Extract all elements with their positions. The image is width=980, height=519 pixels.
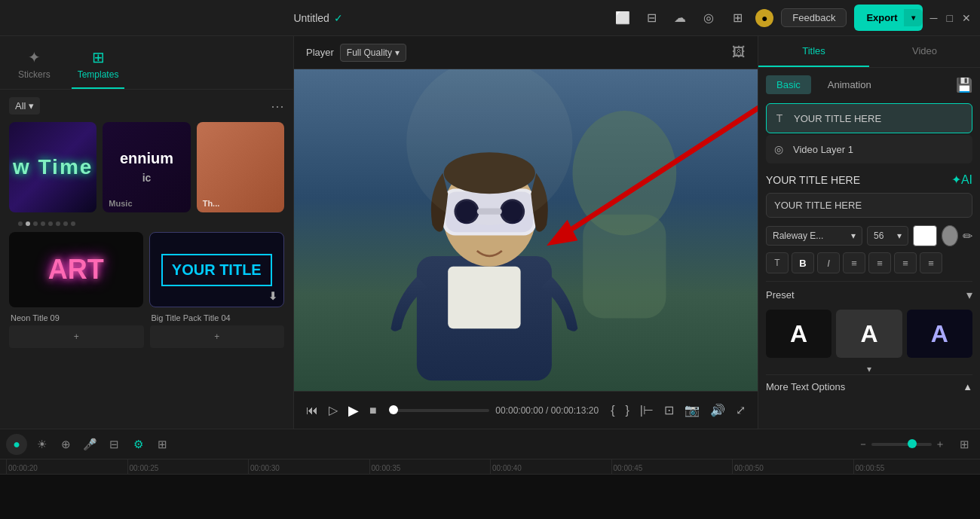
monitor-icon[interactable]: ⬜ xyxy=(612,8,633,29)
sub-tab-animation[interactable]: Animation xyxy=(817,75,882,94)
align-right-button[interactable]: ≡ xyxy=(894,252,917,273)
add-neon-button[interactable]: + xyxy=(9,325,144,348)
sidebar-tab-templates[interactable]: ⊞ Templates xyxy=(72,42,125,89)
prev-frame-button[interactable]: ⏮ xyxy=(303,401,321,420)
ruler-mark-7: 00:00:50 xyxy=(732,459,853,474)
concert-text: w Time xyxy=(13,155,93,179)
timeline-tool-2[interactable]: ☀ xyxy=(32,435,51,454)
italic-button[interactable]: I xyxy=(817,252,840,273)
timeline-tool-1[interactable]: ● xyxy=(6,434,27,455)
sub-tab-basic[interactable]: Basic xyxy=(766,75,811,94)
ruler-mark-3: 00:00:30 xyxy=(248,459,369,474)
svg-rect-4 xyxy=(448,267,520,329)
all-filter-dropdown[interactable]: All ▾ xyxy=(9,97,40,114)
trim-start-icon[interactable]: { xyxy=(608,401,617,420)
font-family-select[interactable]: Raleway E... ▾ xyxy=(766,226,862,246)
timeline-tool-6[interactable]: ⚙ xyxy=(128,435,148,454)
timeline-tool-3[interactable]: ⊕ xyxy=(56,435,75,454)
stop-button[interactable]: ■ xyxy=(366,401,380,420)
layer-item-title[interactable]: T YOUR TITLE HERE xyxy=(766,103,972,133)
bottom-area: ● ☀ ⊕ 🎤 ⊟ ⚙ ⊞ － ＋ ⊞ 00:00:20 00:00:25 00… xyxy=(0,429,980,519)
gallery-icon[interactable]: 🖼 xyxy=(732,44,746,60)
export-button[interactable]: Export ▾ xyxy=(854,5,922,31)
screenshot-icon[interactable]: 📷 xyxy=(681,400,703,420)
more-text-options[interactable]: More Text Options ▲ xyxy=(766,374,972,398)
export-dropdown-arrow[interactable]: ▾ xyxy=(904,9,923,26)
dot-7[interactable] xyxy=(63,221,68,226)
text-tool-icon[interactable]: |⊢ xyxy=(637,400,657,420)
timeline-tool-5[interactable]: ⊟ xyxy=(104,435,124,454)
progress-thumb[interactable] xyxy=(389,405,398,414)
cloud-icon[interactable]: ☁ xyxy=(669,8,691,29)
eyedropper-button[interactable]: ✏ xyxy=(963,229,972,243)
grid-view-icon[interactable]: ⊞ xyxy=(954,435,974,454)
save-icon[interactable]: ⊟ xyxy=(641,8,662,29)
fullscreen-icon[interactable]: ⤢ xyxy=(733,400,749,420)
close-button[interactable]: ✕ xyxy=(962,12,971,24)
align-center-button[interactable]: ≡ xyxy=(868,252,891,273)
all-filter-label: All xyxy=(15,100,26,111)
feedback-button[interactable]: Feedback xyxy=(781,8,847,27)
dot-4[interactable] xyxy=(41,221,45,226)
template-scroll[interactable]: w Time enniumic Music Th... xyxy=(0,122,293,429)
preset-card-3[interactable]: A xyxy=(907,310,972,358)
zoom-track[interactable] xyxy=(871,443,932,446)
trim-end-icon[interactable]: } xyxy=(623,401,632,420)
current-time: 00:00:00:00 xyxy=(495,405,543,416)
template-card-your-title[interactable]: YOUR TITLE ⬇ xyxy=(149,232,285,307)
layer-item-video[interactable]: ◎ Video Layer 1 xyxy=(766,135,972,163)
neon-title-text: ART xyxy=(48,254,104,285)
title-check-icon: ✓ xyxy=(334,12,343,24)
template-card-neon[interactable]: ART xyxy=(9,232,143,307)
play-single-button[interactable]: ▷ xyxy=(326,400,341,420)
save-preset-button[interactable]: 💾 xyxy=(956,77,972,93)
align-left-button[interactable]: ≡ xyxy=(843,252,865,273)
timeline-tool-7[interactable]: ⊞ xyxy=(152,435,172,454)
template-card-concert[interactable]: w Time xyxy=(9,122,96,212)
bold-button[interactable]: B xyxy=(792,252,814,273)
quality-select[interactable]: Full Quality ▾ xyxy=(340,44,406,62)
dot-3[interactable] xyxy=(33,221,38,226)
play-button[interactable]: ▶ xyxy=(345,399,362,422)
preset-card-2[interactable]: A xyxy=(836,310,902,358)
template-card-peach[interactable]: Th... xyxy=(197,122,284,212)
screen-icon[interactable]: ⊡ xyxy=(661,400,677,420)
grid-icon[interactable]: ⊞ xyxy=(727,8,748,29)
color-swatch-2[interactable] xyxy=(942,225,958,246)
zoom-in-icon[interactable]: ＋ xyxy=(935,438,945,451)
title-text-input[interactable]: YOUR TITLE HERE xyxy=(766,193,972,218)
minimize-button[interactable]: ─ xyxy=(930,12,938,24)
zoom-thumb[interactable] xyxy=(908,439,917,448)
ruler-mark-6: 00:00:45 xyxy=(611,459,733,474)
tab-video[interactable]: Video xyxy=(869,36,980,67)
preset-card-1[interactable]: A xyxy=(766,310,831,358)
more-options-button[interactable]: ⋯ xyxy=(271,98,284,114)
maximize-button[interactable]: □ xyxy=(947,12,953,24)
timeline-tool-4[interactable]: 🎤 xyxy=(80,435,100,454)
player-extra-controls: { } |⊢ ⊡ 📷 🔊 ⤢ xyxy=(608,400,749,420)
font-size-select[interactable]: 56 ▾ xyxy=(867,226,908,246)
tab-titles[interactable]: Titles xyxy=(758,36,869,67)
headphones-icon[interactable]: ◎ xyxy=(698,8,719,29)
progress-track[interactable] xyxy=(389,409,490,412)
dot-5[interactable] xyxy=(48,221,53,226)
video-layer-name: Video Layer 1 xyxy=(793,144,968,155)
add-big-title-button[interactable]: + xyxy=(150,325,285,348)
globe-icon[interactable]: ● xyxy=(755,9,773,27)
section-title-area: YOUR TITLE HERE ✦AI xyxy=(766,172,972,187)
big-title-template-name: Big Title Pack Title 04 xyxy=(150,313,285,322)
zoom-out-icon[interactable]: － xyxy=(858,438,868,451)
align-justify-button[interactable]: ≡ xyxy=(920,252,942,273)
font-chevron-icon: ▾ xyxy=(851,230,856,241)
sidebar-tab-stickers[interactable]: ✦ Stickers xyxy=(12,42,57,89)
dot-8[interactable] xyxy=(71,221,75,226)
text-format-icon[interactable]: T xyxy=(766,252,789,273)
dot-1[interactable] xyxy=(18,221,23,226)
dot-6[interactable] xyxy=(56,221,60,226)
dot-2[interactable] xyxy=(26,221,30,226)
color-swatch[interactable] xyxy=(913,225,937,246)
audio-icon[interactable]: 🔊 xyxy=(707,400,728,420)
ai-icon[interactable]: ✦AI xyxy=(951,172,972,187)
template-card-ennium[interactable]: enniumic Music xyxy=(103,122,190,212)
preset-more-icon[interactable]: ▾ xyxy=(766,364,972,374)
